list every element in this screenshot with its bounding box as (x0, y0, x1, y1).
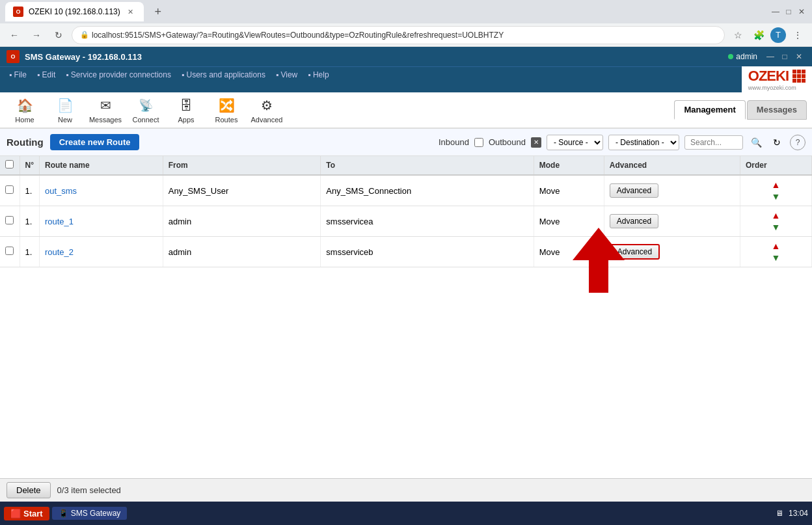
url-bar[interactable]: 🔒 localhost:9515/SMS+Gateway/?a=Routing&… (72, 26, 725, 44)
row-num: 1. (20, 175, 39, 206)
th-from: From (163, 156, 321, 175)
extensions-button[interactable]: 🧩 (750, 26, 768, 44)
app-body: Routing Create new Route Inbound Outboun… (0, 129, 812, 525)
outbound-clear-button[interactable]: ✕ (531, 137, 541, 148)
search-button[interactable]: 🔍 (748, 135, 764, 150)
advanced-button-row-0[interactable]: Advanced (610, 183, 658, 198)
menu-edit[interactable]: ▪ Edit (32, 69, 61, 81)
taskbar-right: 🖥 13:04 (776, 509, 808, 518)
row-num: 1. (20, 206, 39, 237)
create-route-button[interactable]: Create new Route (50, 134, 140, 150)
inbound-checkbox[interactable] (474, 138, 483, 147)
row-name: route_1 (39, 206, 163, 237)
maximize-button[interactable]: □ (783, 7, 794, 17)
refresh-button[interactable]: ↻ (769, 135, 785, 150)
row-to: smsserviceb (321, 237, 534, 267)
th-order: Order (740, 156, 811, 175)
app-header: O SMS Gateway - 192.168.0.113 admin — □ … (0, 47, 812, 66)
move-down-button[interactable]: ▼ (772, 252, 781, 263)
row-checkbox-cell (0, 206, 20, 237)
minimize-button[interactable]: — (770, 7, 781, 17)
home-button[interactable]: 🏠 Home (5, 94, 44, 126)
taskbar-icons: 🖥 (776, 509, 783, 518)
move-down-button[interactable]: ▼ (772, 191, 781, 202)
routing-bar: Routing Create new Route Inbound Outboun… (0, 129, 812, 156)
app-title: SMS Gateway - 192.168.0.113 (25, 52, 728, 62)
menu-file[interactable]: ▪ File (4, 69, 32, 81)
browser-tab[interactable]: O OZEKI 10 (192.168.0.113) ✕ (5, 2, 144, 21)
row-checkbox[interactable] (5, 247, 14, 255)
routes-button[interactable]: 🔀 Routes (207, 94, 246, 126)
new-button[interactable]: 📄 New (46, 94, 85, 126)
app-window-controls: — □ ✕ (764, 50, 805, 63)
route-name-link[interactable]: route_1 (45, 217, 74, 226)
routing-title: Routing (7, 137, 44, 148)
row-to: Any_SMS_Connection (321, 175, 534, 206)
move-up-button[interactable]: ▲ (772, 180, 781, 190)
clock: 13:04 (789, 509, 808, 518)
advanced-button-row-1[interactable]: Advanced (610, 214, 658, 228)
tab-title: OZEKI 10 (192.168.0.113) (29, 7, 120, 16)
move-down-button[interactable]: ▼ (772, 222, 781, 232)
url-text: localhost:9515/SMS+Gateway/?a=Routing&Vi… (92, 31, 504, 40)
menu-service-provider[interactable]: ▪ Service provider connections (61, 69, 176, 81)
routes-icon: 🔀 (217, 96, 236, 114)
th-mode: Mode (534, 156, 604, 175)
app-minimize-button[interactable]: — (764, 50, 777, 63)
advanced-icon: ⚙ (258, 96, 276, 114)
tab-favicon: O (13, 7, 23, 17)
row-checkbox[interactable] (5, 185, 14, 194)
start-button[interactable]: 🟥 Start (4, 507, 49, 520)
destination-select[interactable]: - Destination - (608, 135, 679, 150)
row-order: ▲ ▼ (740, 237, 811, 267)
apps-label: Apps (178, 116, 194, 124)
menu-button[interactable]: ⋮ (789, 26, 807, 44)
admin-label: admin (736, 52, 757, 61)
close-button[interactable]: ✕ (796, 7, 807, 17)
start-icon: 🟥 (10, 509, 21, 518)
menu-help[interactable]: ▪ Help (303, 69, 334, 81)
advanced-button-row-2[interactable]: Advanced (610, 244, 660, 260)
move-up-button[interactable]: ▲ (772, 241, 781, 251)
back-button[interactable]: ← (5, 26, 23, 44)
new-icon: 📄 (56, 96, 74, 114)
select-all-checkbox[interactable] (5, 160, 14, 168)
delete-button[interactable]: Delete (7, 482, 51, 498)
app-close-button[interactable]: ✕ (792, 50, 805, 63)
source-select[interactable]: - Source - (547, 135, 603, 150)
apps-button[interactable]: 🗄 Apps (167, 94, 206, 126)
search-input[interactable] (684, 135, 743, 150)
forward-button[interactable]: → (27, 26, 46, 44)
messages-button[interactable]: ✉ Messages (86, 94, 125, 126)
sms-gw-icon: 📱 (59, 509, 68, 518)
sms-gw-label: SMS Gateway (71, 509, 121, 518)
route-name-link[interactable]: route_2 (45, 247, 74, 257)
advanced-button[interactable]: ⚙ Advanced (247, 94, 286, 126)
connect-label: Connect (133, 116, 159, 124)
row-advanced-cell: Advanced (604, 237, 740, 267)
th-num: N° (20, 156, 39, 175)
row-order: ▲ ▼ (740, 206, 811, 237)
messages-tab[interactable]: Messages (747, 100, 807, 120)
menu-bar: ▪ File ▪ Edit ▪ Service provider connect… (0, 66, 742, 82)
window-controls: — □ ✕ (770, 7, 807, 17)
th-advanced: Advanced (604, 156, 740, 175)
row-mode: Move (534, 237, 604, 267)
management-tab[interactable]: Management (674, 100, 745, 120)
profile-button[interactable]: T (770, 27, 786, 43)
help-button[interactable]: ? (790, 135, 805, 150)
new-tab-button[interactable]: + (149, 3, 167, 21)
toolbar-right: Management Messages (674, 100, 807, 120)
menu-users[interactable]: ▪ Users and applications (176, 69, 271, 81)
app-maximize-button[interactable]: □ (778, 50, 791, 63)
menu-view[interactable]: ▪ View (271, 69, 303, 81)
bookmark-button[interactable]: ☆ (729, 26, 747, 44)
close-tab-button[interactable]: ✕ (126, 7, 136, 17)
sms-gateway-taskbar-button[interactable]: 📱 SMS Gateway (52, 507, 128, 520)
row-mode: Move (534, 175, 604, 206)
route-name-link[interactable]: out_sms (45, 186, 77, 196)
connect-button[interactable]: 📡 Connect (126, 94, 165, 126)
reload-button[interactable]: ↻ (49, 26, 68, 44)
move-up-button[interactable]: ▲ (772, 210, 781, 221)
row-checkbox[interactable] (5, 216, 14, 224)
